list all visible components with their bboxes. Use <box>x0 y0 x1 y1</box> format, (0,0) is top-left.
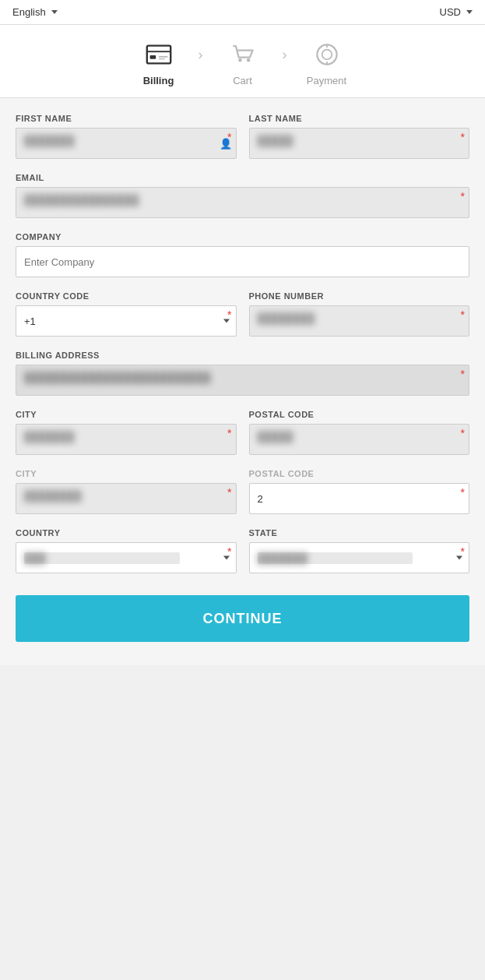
steps-bar: Billing › Cart › Payment <box>0 25 485 98</box>
top-bar: English USD <box>0 0 485 25</box>
billing-address-label: BILLING ADDRESS <box>16 351 469 360</box>
state-group: STATE ███████ * <box>249 528 470 573</box>
country-code-select[interactable]: +1 <box>16 305 237 337</box>
city-postal-row: CITY ███████ * POSTAL CODE █████ * <box>16 410 469 455</box>
company-row: COMPANY <box>16 232 469 277</box>
state-label: STATE <box>249 528 470 538</box>
svg-rect-0 <box>146 46 170 64</box>
postal-code-label: POSTAL CODE <box>249 410 470 419</box>
country-code-group: COUNTRY CODE +1 * <box>16 291 237 337</box>
email-label: EMAIL <box>16 173 469 182</box>
email-input-wrapper: ████████████████ * <box>16 187 469 218</box>
postal-code-input[interactable]: █████ <box>249 424 470 455</box>
step-payment[interactable]: Payment <box>292 39 362 86</box>
postal-code-group: POSTAL CODE █████ * <box>249 410 470 455</box>
payment-icon <box>311 39 343 70</box>
country-code-value: +1 <box>24 316 36 327</box>
last-name-input-wrapper: █████ * <box>249 128 470 159</box>
phone-required: * <box>461 309 465 320</box>
language-label: English <box>12 6 46 18</box>
first-name-input-wrapper: ███████ * 👤 <box>16 128 237 159</box>
company-group: COMPANY <box>16 232 469 277</box>
country-state-row: COUNTRY ███ * STATE ███████ * <box>16 528 469 573</box>
city2-input-wrapper: ████████ * <box>16 483 237 514</box>
first-name-group: FIRST NAME ███████ * 👤 <box>16 114 237 159</box>
step-payment-label: Payment <box>307 75 346 86</box>
city-required: * <box>227 428 231 439</box>
step-billing-label: Billing <box>143 75 174 86</box>
phone-number-input[interactable]: ████████ <box>249 305 470 337</box>
svg-point-6 <box>246 58 250 62</box>
company-label: COMPANY <box>16 232 469 241</box>
email-group: EMAIL ████████████████ * <box>16 173 469 218</box>
continue-button[interactable]: CONTINUE <box>16 595 469 642</box>
email-required: * <box>461 191 465 202</box>
country-select-wrapper: ███ * <box>16 542 237 573</box>
city-input-wrapper: ███████ * <box>16 424 237 455</box>
postal-code2-group: POSTAL CODE * <box>249 469 470 514</box>
postal-code2-input[interactable] <box>249 483 470 514</box>
form-area: FIRST NAME ███████ * 👤 LAST NAME █████ *… <box>0 98 485 665</box>
postal-code-required: * <box>461 428 465 439</box>
step-cart[interactable]: Cart <box>208 39 278 86</box>
svg-point-5 <box>238 58 242 62</box>
country-required: * <box>227 546 231 557</box>
postal-code2-label: POSTAL CODE <box>249 469 470 478</box>
currency-selector[interactable]: USD <box>440 6 473 18</box>
company-input[interactable] <box>16 246 469 277</box>
billing-address-group: BILLING ADDRESS ████████████████████████… <box>16 351 469 396</box>
arrow-2: › <box>278 47 292 79</box>
currency-chevron-icon <box>466 10 473 14</box>
last-name-group: LAST NAME █████ * <box>249 114 470 159</box>
first-name-input[interactable]: ███████ <box>16 128 237 159</box>
billing-address-row: BILLING ADDRESS ████████████████████████… <box>16 351 469 396</box>
step-cart-label: Cart <box>233 75 252 86</box>
country-group: COUNTRY ███ * <box>16 528 237 573</box>
email-input[interactable]: ████████████████ <box>16 187 469 218</box>
city-label: CITY <box>16 410 237 419</box>
state-select-wrapper: ███████ * <box>249 542 470 573</box>
name-row: FIRST NAME ███████ * 👤 LAST NAME █████ * <box>16 114 469 159</box>
city2-label: CITY <box>16 469 237 478</box>
email-row: EMAIL ████████████████ * <box>16 173 469 218</box>
country-select[interactable]: ███ <box>16 542 237 573</box>
contact-book-icon: 👤 <box>220 138 232 150</box>
phone-row: COUNTRY CODE +1 * PHONE NUMBER ████████ … <box>16 291 469 337</box>
language-chevron-icon <box>51 10 58 14</box>
cart-icon <box>227 39 258 70</box>
billing-icon <box>143 39 174 70</box>
state-required: * <box>461 546 465 557</box>
language-selector[interactable]: English <box>12 6 58 18</box>
city2-input[interactable]: ████████ <box>16 483 237 514</box>
arrow-1: › <box>194 47 208 79</box>
step-billing[interactable]: Billing <box>124 39 194 86</box>
state-select[interactable]: ███████ <box>249 542 470 573</box>
city2-required: * <box>227 487 231 498</box>
svg-point-7 <box>317 44 336 64</box>
postal-code2-input-wrapper: * <box>249 483 470 514</box>
country-code-select-wrapper: +1 * <box>16 305 237 337</box>
country-code-label: COUNTRY CODE <box>16 291 237 301</box>
currency-label: USD <box>440 6 461 18</box>
city-input[interactable]: ███████ <box>16 424 237 455</box>
city2-postal2-row: CITY ████████ * POSTAL CODE * <box>16 469 469 514</box>
last-name-input[interactable]: █████ <box>249 128 470 159</box>
svg-rect-2 <box>149 55 156 59</box>
phone-number-label: PHONE NUMBER <box>249 291 470 301</box>
phone-number-group: PHONE NUMBER ████████ * <box>249 291 470 337</box>
city-group: CITY ███████ * <box>16 410 237 455</box>
company-input-wrapper <box>16 246 469 277</box>
country-code-required: * <box>227 309 231 320</box>
city2-group: CITY ████████ * <box>16 469 237 514</box>
country-label: COUNTRY <box>16 528 237 538</box>
postal-code-input-wrapper: █████ * <box>249 424 470 455</box>
last-name-required: * <box>461 132 465 143</box>
billing-address-input[interactable]: ██████████████████████████ <box>16 365 469 396</box>
billing-address-required: * <box>461 368 465 379</box>
postal-code2-required: * <box>461 487 465 498</box>
svg-point-8 <box>322 50 332 60</box>
first-name-label: FIRST NAME <box>16 114 237 123</box>
phone-number-input-wrapper: ████████ * <box>249 305 470 337</box>
billing-address-input-wrapper: ██████████████████████████ * <box>16 365 469 396</box>
last-name-label: LAST NAME <box>249 114 470 123</box>
